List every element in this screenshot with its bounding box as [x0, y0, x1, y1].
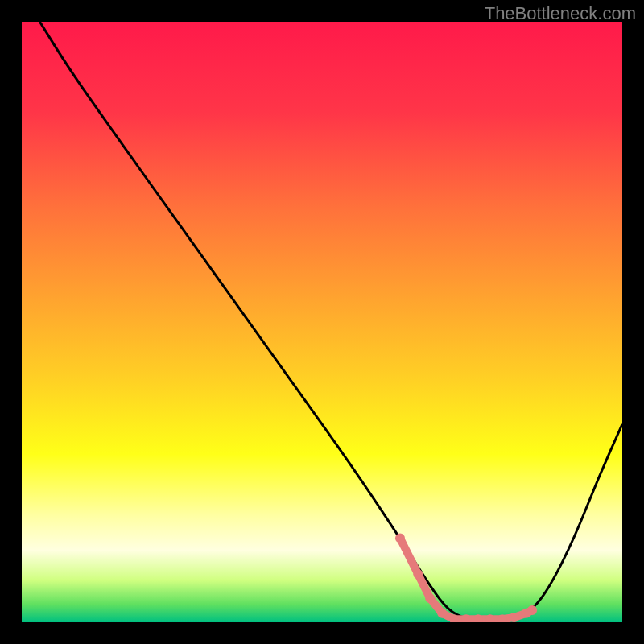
watermark-text: TheBottleneck.com	[485, 3, 636, 24]
curve-overlay	[22, 22, 622, 622]
chart-container	[22, 22, 622, 622]
highlight-segment	[395, 534, 537, 622]
svg-point-4	[437, 609, 447, 618]
svg-point-10	[510, 613, 519, 622]
bottleneck-curve	[39, 22, 622, 619]
svg-point-3	[425, 593, 435, 603]
svg-point-12	[527, 605, 537, 615]
svg-point-2	[413, 569, 423, 579]
svg-point-1	[395, 534, 405, 543]
